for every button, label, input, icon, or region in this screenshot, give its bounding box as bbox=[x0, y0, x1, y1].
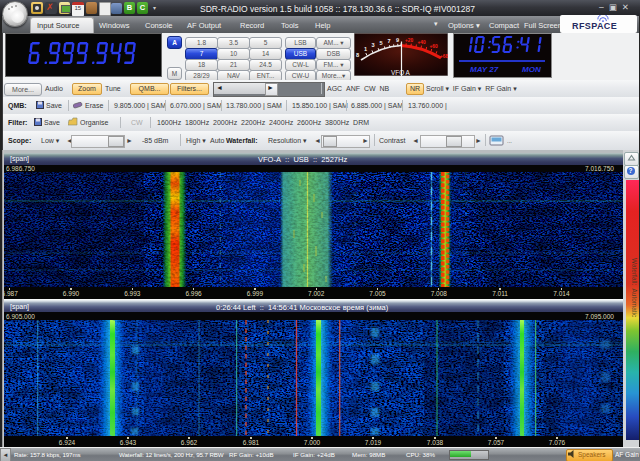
svg-text:5: 5 bbox=[380, 40, 383, 46]
svg-text:3: 3 bbox=[372, 42, 375, 48]
svg-text:1: 1 bbox=[364, 46, 367, 52]
svg-text:9: 9 bbox=[396, 37, 399, 43]
svg-text:8: 8 bbox=[356, 52, 359, 58]
svg-text:VFO A: VFO A bbox=[391, 69, 411, 76]
svg-text:+40: +40 bbox=[418, 40, 426, 45]
svg-text:+60: +60 bbox=[430, 44, 438, 49]
svg-text:+20: +20 bbox=[405, 38, 413, 43]
svg-text:7: 7 bbox=[388, 38, 391, 44]
svg-text:+68: +68 bbox=[440, 54, 448, 59]
